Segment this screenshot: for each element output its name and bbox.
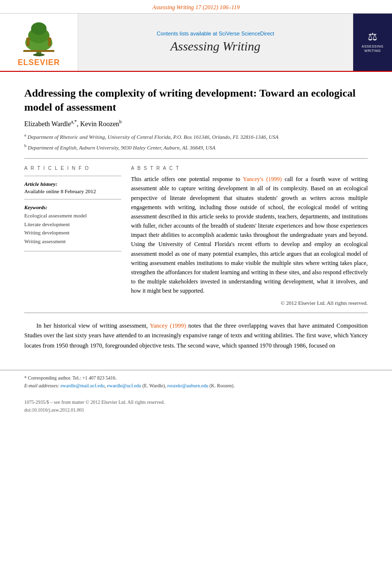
article-info-label: A R T I C L E I N F O [24, 166, 121, 171]
authors-line: Elizabeth Wardlea,*, Kevin Roozenb [24, 119, 368, 128]
yancey-body-link[interactable]: Yancey (1999) [150, 322, 186, 329]
affiliation-b: b Department of English, Auburn Universi… [24, 143, 368, 151]
sciverse-link[interactable]: SciVerse ScienceDirect [219, 31, 274, 36]
svg-point-1 [33, 53, 45, 56]
contents-available-line: Contents lists available at SciVerse Sci… [157, 31, 274, 36]
svg-rect-9 [23, 50, 54, 52]
body-divider [24, 313, 368, 313]
page: Assessing Writing 17 (2012) 106–119 [0, 0, 392, 564]
svg-point-7 [48, 37, 51, 41]
keyword-2: Literate development [24, 220, 121, 229]
issn-line: 1075-2935/$ – see front matter © 2012 El… [24, 398, 368, 406]
yancey-link[interactable]: Yancey's (1999) [243, 176, 282, 182]
journal-header-bar: Assessing Writing 17 (2012) 106–119 [0, 0, 392, 14]
author1-name: Elizabeth Wardle [24, 120, 71, 128]
article-title: Addressing the complexity of writing dev… [24, 86, 368, 114]
email1-link[interactable]: ewardle@mail.ucf.edu [61, 383, 105, 388]
article-info-column: A R T I C L E I N F O Article history: A… [24, 166, 121, 305]
info-divider-top [24, 176, 121, 176]
history-value: Available online 8 February 2012 [24, 188, 121, 194]
keywords-label: Keywords: [24, 204, 121, 210]
section-divider [24, 158, 368, 159]
abstract-text: This article offers one potential respon… [131, 175, 368, 296]
publisher-header: ELSEVIER Contents lists available at Sci… [0, 14, 392, 72]
author1-sup: a,* [71, 119, 77, 124]
two-column-section: A R T I C L E I N F O Article history: A… [24, 166, 368, 305]
author2-sup: b [119, 119, 122, 124]
journal-title-display: Assessing Writing [170, 39, 261, 54]
elsevier-tree-icon [19, 21, 58, 57]
keyword-4: Writing assessment [24, 237, 121, 246]
bottom-bar: 1075-2935/$ – see front matter © 2012 El… [0, 395, 392, 414]
history-label: Article history: [24, 181, 121, 187]
author2-name: , Kevin Roozen [77, 120, 119, 128]
journal-citation: Assessing Writing 17 (2012) 106–119 [152, 4, 240, 11]
info-divider-mid [24, 199, 121, 199]
email3-link[interactable]: roozekr@auburn.edu [167, 383, 208, 388]
journal-title-block: Contents lists available at SciVerse Sci… [78, 14, 353, 71]
email-footnote: E-mail addresses: ewardle@mail.ucf.edu, … [24, 382, 368, 390]
keywords-list: Ecological assessment model Literate dev… [24, 212, 121, 246]
journal-logo-inner: ⚖ ASSESSING WRITING [357, 20, 389, 64]
journal-logo-text: ASSESSING WRITING [362, 44, 384, 53]
email2-link[interactable]: ewardle@ucf.edu [107, 383, 141, 388]
info-divider-bot [24, 251, 121, 251]
journal-logo-block: ⚖ ASSESSING WRITING [353, 14, 392, 71]
doi-line: doi:10.1016/j.asw.2012.01.001 [24, 406, 368, 414]
abstract-column: A B S T R A C T This article offers one … [131, 166, 368, 305]
scales-icon: ⚖ [368, 32, 377, 42]
svg-point-5 [26, 37, 30, 41]
page-footer: * Corresponding author. Tel.: +1 407 823… [0, 370, 392, 390]
svg-rect-6 [27, 41, 30, 46]
svg-point-4 [31, 22, 47, 35]
main-content: Addressing the complexity of writing dev… [0, 72, 392, 360]
abstract-section-label: A B S T R A C T [131, 166, 368, 171]
copyright-line: © 2012 Elsevier Ltd. All rights reserved… [131, 300, 368, 306]
affiliation-a: a Department of Rhetoric and Writing, Un… [24, 132, 368, 141]
keyword-1: Ecological assessment model [24, 212, 121, 220]
keyword-3: Writing development [24, 229, 121, 237]
elsevier-logo-block: ELSEVIER [0, 14, 78, 71]
body-paragraph-1: In her historical view of writing assess… [24, 321, 368, 351]
corresponding-footnote: * Corresponding author. Tel.: +1 407 823… [24, 374, 368, 382]
elsevier-label: ELSEVIER [17, 58, 60, 67]
svg-rect-8 [48, 41, 51, 46]
